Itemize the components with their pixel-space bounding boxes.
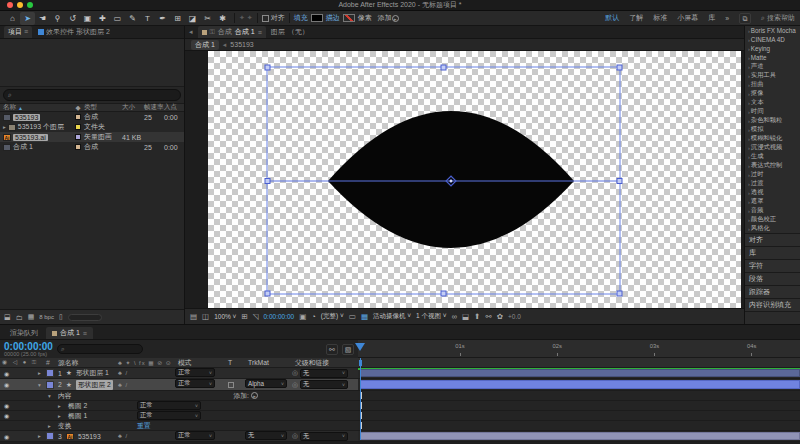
align-checkbox[interactable]: 对齐: [262, 13, 285, 23]
playhead-line[interactable]: [360, 358, 361, 440]
project-depth-button[interactable]: 8 bpc: [39, 314, 54, 320]
transform-row[interactable]: ▸ 变换 重置: [0, 421, 800, 431]
fast-previews-icon[interactable]: ⬆: [474, 312, 480, 321]
tab-timeline-comp[interactable]: 合成 1 ≡: [46, 327, 93, 339]
add-shape-control[interactable]: 添加: ▸: [234, 391, 258, 400]
label-swatch[interactable]: [75, 124, 81, 130]
shape-row-ellipse-1[interactable]: ◉ ▸ 椭圆 1 正常˅: [0, 411, 800, 421]
panel-libraries[interactable]: 库: [745, 246, 800, 259]
layer-row-shape-1[interactable]: ◉ ▸ 1 ★ 形状图层 1 ♣ / 正常˅ ◎ 无˅: [0, 368, 800, 379]
camera-tool-icon[interactable]: ▣: [80, 12, 95, 25]
workspace-bar-icon[interactable]: ⧉: [739, 13, 751, 24]
add-icon[interactable]: ▸: [392, 15, 399, 22]
breadcrumb-item[interactable]: 535193: [230, 41, 253, 48]
workspace-tab-small-screen[interactable]: 小屏幕: [677, 13, 698, 23]
panel-content-aware-fill[interactable]: 内容识别填充: [745, 298, 800, 311]
column-t[interactable]: T: [228, 358, 232, 367]
pickwhip-icon[interactable]: ◎: [292, 381, 298, 389]
playhead-icon[interactable]: [355, 343, 365, 351]
new-composition-icon[interactable]: ▦: [28, 313, 35, 321]
layer-row-footage[interactable]: ◉ ▸ 3 Ai 535193 ♣ / 正常˅ 无˅ ◎ 无˅: [0, 431, 800, 442]
column-trkmat[interactable]: TrkMat: [248, 358, 269, 367]
column-source-name[interactable]: 源名称: [58, 358, 78, 367]
lock-icon[interactable]: ⚿: [210, 28, 215, 36]
fx-category-boris[interactable]: ›Boris FX Mocha: [745, 26, 800, 35]
workspace-tab-default[interactable]: 默认: [605, 13, 619, 23]
mini-flowchart-icon[interactable]: ⚯: [485, 312, 491, 321]
fx-category-generate[interactable]: ›生成: [745, 152, 800, 161]
column-fps[interactable]: 帧速率: [144, 103, 164, 112]
timeline-timecode[interactable]: 0:00:00:00: [4, 342, 53, 351]
twirl-icon[interactable]: ▸: [38, 431, 41, 441]
viewer-timecode[interactable]: 0:00:00:00: [264, 313, 295, 320]
eye-icon[interactable]: ◉: [2, 368, 11, 378]
layer-switches[interactable]: ♣ /: [118, 379, 128, 390]
trkmat-dropdown[interactable]: Alpha˅: [245, 379, 287, 388]
tab-render-queue[interactable]: 渲染队列: [4, 327, 44, 339]
workspace-tab-learn[interactable]: 了解: [629, 13, 643, 23]
brush-tool-icon[interactable]: ✒: [155, 12, 170, 25]
fx-category-blur-sharpen[interactable]: ›模糊和锐化: [745, 134, 800, 143]
panel-menu-icon[interactable]: ≡: [258, 29, 262, 36]
exposure-gear-icon[interactable]: ✿: [497, 312, 503, 321]
column-type[interactable]: 类型: [84, 103, 122, 112]
home-icon[interactable]: ⌂: [5, 12, 20, 25]
twirl-icon[interactable]: ▸: [38, 368, 41, 378]
layer-name[interactable]: 形状图层 1: [76, 368, 109, 378]
magnification-menu-icon[interactable]: ◫: [202, 312, 209, 321]
fx-category-immersive[interactable]: ›沉浸式视频: [745, 143, 800, 152]
tab-layer[interactable]: 图层 （无）: [271, 27, 309, 37]
pixel-aspect-icon[interactable]: ⬓: [462, 312, 469, 321]
panel-menu-icon[interactable]: ≡: [83, 330, 87, 337]
shape-mode-dropdown[interactable]: 正常˅: [137, 411, 201, 420]
twirl-icon[interactable]: ▸: [3, 124, 6, 130]
workspace-tab-standard[interactable]: 标准: [653, 13, 667, 23]
label-swatch[interactable]: [75, 134, 81, 140]
label-swatch[interactable]: [75, 144, 81, 150]
fx-category-stylize[interactable]: ›风格化: [745, 224, 800, 233]
project-row-comp-1[interactable]: 合成 1 合成 25 0:00: [0, 142, 184, 152]
preserve-transparency-checkbox[interactable]: [228, 382, 234, 388]
panel-align[interactable]: 对齐: [745, 233, 800, 246]
parent-dropdown[interactable]: 无˅: [300, 380, 348, 389]
tab-project[interactable]: 项目 ≡: [4, 26, 32, 38]
trkmat-dropdown[interactable]: 无˅: [245, 431, 287, 440]
mask-visibility-icon[interactable]: ◹: [253, 312, 259, 321]
mode-dropdown[interactable]: 正常˅: [175, 379, 215, 388]
column-layer-number[interactable]: #: [46, 358, 50, 367]
column-label-color[interactable]: ◆: [72, 104, 84, 112]
column-mode[interactable]: 模式: [178, 358, 192, 367]
layer-bar-shape-2[interactable]: [360, 380, 800, 389]
tab-effect-controls[interactable]: 效果控件 形状图层 2: [38, 27, 110, 37]
parent-dropdown[interactable]: 无˅: [300, 369, 348, 378]
layer-bar-footage[interactable]: [360, 432, 800, 440]
fx-category-simulation[interactable]: ›模拟: [745, 125, 800, 134]
view-layout-dropdown[interactable]: 1 个视图 ˅: [416, 312, 447, 321]
panel-paragraph[interactable]: 段落: [745, 272, 800, 285]
rotate-tool-icon[interactable]: ↺: [65, 12, 80, 25]
shape-name[interactable]: 椭圆 2: [68, 401, 87, 410]
always-preview-icon[interactable]: ▤: [190, 312, 197, 321]
interpret-footage-icon[interactable]: ⬓: [4, 313, 11, 321]
stroke-label[interactable]: 描边: [326, 13, 340, 23]
shape-row-ellipse-2[interactable]: ◉ ▸ 椭圆 2 正常˅: [0, 401, 800, 411]
region-of-interest-icon[interactable]: ▭: [349, 312, 356, 321]
shape-mode-dropdown[interactable]: 正常˅: [137, 401, 201, 410]
pickwhip-icon[interactable]: ◎: [292, 432, 298, 440]
fx-category-text[interactable]: ›文本: [745, 98, 800, 107]
fx-category-distort[interactable]: ›扭曲: [745, 80, 800, 89]
fx-category-expression-controls[interactable]: ›表达式控制: [745, 161, 800, 170]
twirl-icon[interactable]: ▸: [58, 411, 61, 420]
roto-brush-tool-icon[interactable]: ✂: [200, 12, 215, 25]
new-folder-icon[interactable]: 🗀: [16, 314, 23, 321]
fx-category-matte-en[interactable]: ›Matte: [745, 53, 800, 62]
fx-category-utility[interactable]: ›实用工具: [745, 71, 800, 80]
fx-category-obsolete[interactable]: ›过时: [745, 170, 800, 179]
goggles-icon[interactable]: ∞: [452, 312, 457, 321]
composition-mini-flowchart-button[interactable]: ⚯: [326, 344, 338, 355]
layer-row-shape-2-selected[interactable]: ◉ ▾ 2 ★ 形状图层 2 ♣ / 正常˅ Alpha˅ ◎ 无˅: [0, 379, 800, 391]
eraser-tool-icon[interactable]: ◪: [185, 12, 200, 25]
shape-name[interactable]: 椭圆 1: [68, 411, 87, 420]
composition-canvas[interactable]: [208, 51, 741, 308]
show-channels-icon[interactable]: ◔: [311, 312, 316, 321]
